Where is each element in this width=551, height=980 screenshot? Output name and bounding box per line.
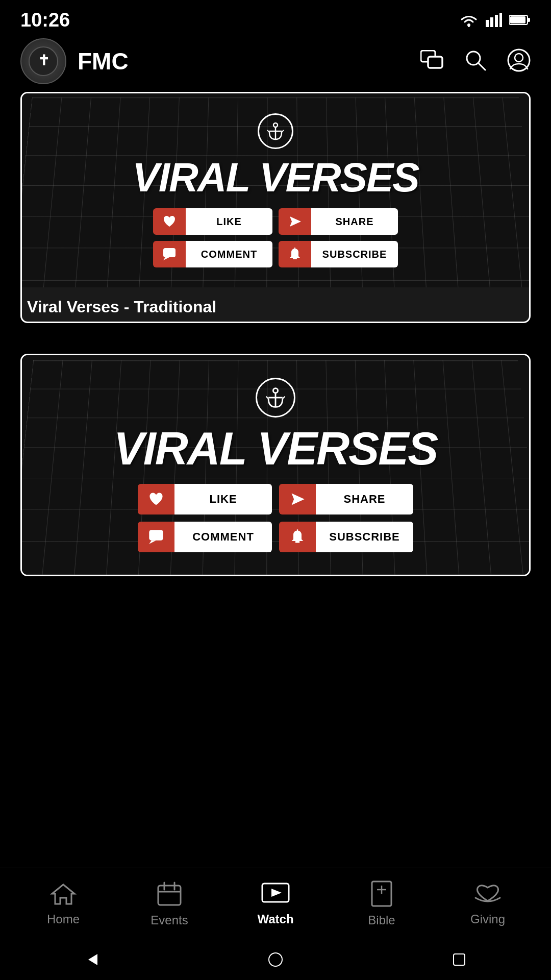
svg-rect-7 xyxy=(510,16,525,23)
content-area: VIRAL VERSES LIKE xyxy=(0,92,551,868)
app-logo: ✝ xyxy=(20,38,66,84)
subscribe-btn-1[interactable]: SUBSCRIBE xyxy=(279,241,398,267)
svg-rect-23 xyxy=(163,248,176,257)
nav-label-events: Events xyxy=(151,913,188,927)
nav-item-events[interactable]: Events xyxy=(116,880,222,927)
status-time: 10:26 xyxy=(20,9,70,31)
heart-icon-2 xyxy=(148,491,164,507)
bottom-nav: Home Events Watch xyxy=(0,868,551,939)
bible-icon xyxy=(370,880,393,909)
anchor-icon-2 xyxy=(256,378,295,418)
video-title-1: Viral Verses - Traditional xyxy=(22,287,529,322)
send-icon-2 xyxy=(289,491,306,507)
svg-marker-46 xyxy=(88,954,97,965)
nav-item-watch[interactable]: Watch xyxy=(222,881,329,926)
svg-rect-25 xyxy=(293,258,297,259)
card-1-action-buttons: LIKE SHARE xyxy=(153,208,398,267)
home-icon xyxy=(50,881,77,908)
nav-label-giving: Giving xyxy=(470,912,505,926)
bubble-icon-2 xyxy=(148,529,164,545)
svg-rect-33 xyxy=(149,530,163,541)
svg-point-16 xyxy=(515,54,523,62)
heart-icon-1 xyxy=(162,214,177,229)
comment-label-1: COMMENT xyxy=(186,241,272,267)
svg-marker-24 xyxy=(163,257,169,260)
recent-square xyxy=(453,953,465,966)
nav-item-home[interactable]: Home xyxy=(10,881,116,926)
card-2-main-title: VIRAL VERSES xyxy=(114,426,438,472)
bell-icon-2 xyxy=(289,529,306,545)
android-recent-btn[interactable] xyxy=(444,944,474,975)
svg-marker-32 xyxy=(292,494,305,505)
subscribe-label-1: SUBSCRIBE xyxy=(311,241,398,267)
app-header: ✝ FMC xyxy=(0,36,551,92)
bubble-icon-1 xyxy=(162,247,177,261)
card-2-action-buttons: LIKE SHARE xyxy=(138,484,413,552)
svg-marker-22 xyxy=(290,216,301,227)
like-label-2: LIKE xyxy=(174,484,272,514)
subscribe-icon-1 xyxy=(279,241,311,267)
subscribe-icon-2 xyxy=(279,522,316,552)
profile-icon[interactable] xyxy=(507,48,531,74)
svg-text:✝: ✝ xyxy=(38,53,49,68)
android-nav-bar xyxy=(0,939,551,980)
share-icon-1 xyxy=(279,208,311,235)
like-btn-1[interactable]: LIKE xyxy=(153,208,272,235)
signal-icon xyxy=(486,13,502,27)
watch-icon xyxy=(261,881,290,908)
comment-icon-1 xyxy=(153,241,186,267)
events-icon xyxy=(156,880,183,909)
svg-rect-1 xyxy=(486,20,489,27)
nav-item-bible[interactable]: Bible xyxy=(329,880,435,927)
anchor-icon-1 xyxy=(258,113,293,149)
video-card-1[interactable]: VIRAL VERSES LIKE xyxy=(20,92,531,323)
subscribe-label-2: SUBSCRIBE xyxy=(316,522,413,552)
android-back-btn[interactable] xyxy=(77,944,107,975)
android-home-btn[interactable] xyxy=(260,944,291,975)
comment-label-2: COMMENT xyxy=(174,522,272,552)
svg-line-14 xyxy=(478,63,485,70)
video-thumbnail-1: VIRAL VERSES LIKE xyxy=(22,93,529,287)
share-label-1: SHARE xyxy=(311,208,398,235)
share-btn-1[interactable]: SHARE xyxy=(279,208,398,235)
svg-rect-2 xyxy=(490,17,493,27)
comment-icon-2 xyxy=(138,522,174,552)
fmc-logo-icon: ✝ xyxy=(28,46,59,77)
like-label-1: LIKE xyxy=(186,208,272,235)
chat-icon[interactable] xyxy=(420,50,444,72)
svg-point-27 xyxy=(273,388,278,393)
nav-label-home: Home xyxy=(47,912,80,926)
svg-rect-35 xyxy=(295,541,299,543)
giving-icon xyxy=(473,881,502,908)
nav-item-giving[interactable]: Giving xyxy=(435,881,541,926)
svg-point-17 xyxy=(273,123,278,127)
app-name: FMC xyxy=(78,47,129,75)
like-btn-2[interactable]: LIKE xyxy=(138,484,272,514)
share-icon-2 xyxy=(279,484,316,514)
share-btn-2[interactable]: SHARE xyxy=(279,484,413,514)
subscribe-btn-2[interactable]: SUBSCRIBE xyxy=(279,522,413,552)
header-brand: ✝ FMC xyxy=(20,38,129,84)
comment-btn-2[interactable]: COMMENT xyxy=(138,522,272,552)
svg-rect-11 xyxy=(428,57,442,68)
header-actions xyxy=(420,48,531,74)
like-icon-1 xyxy=(153,208,186,235)
status-bar: 10:26 xyxy=(0,0,551,36)
wifi-icon xyxy=(459,13,479,27)
video-card-2[interactable]: VIRAL VERSES LIKE xyxy=(20,354,531,576)
svg-line-31 xyxy=(283,397,285,399)
battery-icon xyxy=(509,14,531,26)
like-icon-2 xyxy=(138,484,174,514)
svg-rect-37 xyxy=(158,886,181,905)
status-icons xyxy=(459,13,531,27)
svg-marker-34 xyxy=(149,541,156,544)
nav-label-bible: Bible xyxy=(368,913,395,927)
share-label-2: SHARE xyxy=(316,484,413,514)
card-1-main-title: VIRAL VERSES xyxy=(132,157,418,198)
search-icon[interactable] xyxy=(464,49,487,74)
nav-label-watch: Watch xyxy=(257,912,293,926)
svg-line-20 xyxy=(267,130,269,132)
video-thumbnail-2: VIRAL VERSES LIKE xyxy=(22,355,529,575)
comment-btn-1[interactable]: COMMENT xyxy=(153,241,272,267)
spacer xyxy=(20,338,531,354)
